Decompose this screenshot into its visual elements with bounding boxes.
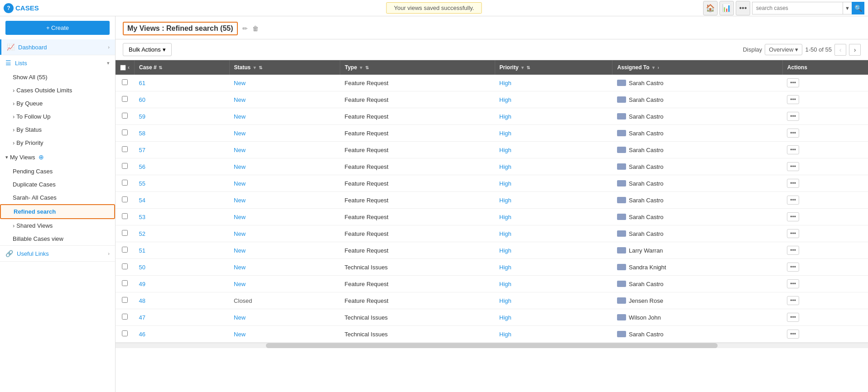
delete-view-icon[interactable]: 🗑 [252, 25, 259, 32]
row-checkbox-11[interactable] [122, 263, 128, 269]
row-actions-button[interactable]: ••• [787, 112, 799, 121]
sidebar-item-by-status[interactable]: ›By Status [0, 123, 115, 136]
row-actions-button[interactable]: ••• [787, 296, 799, 305]
row-actions-button[interactable]: ••• [787, 212, 799, 221]
search-dropdown-button[interactable]: ▼ [843, 2, 852, 14]
sidebar-collapse-handle[interactable]: ‹ [115, 195, 116, 213]
row-case-num[interactable]: 61 [135, 75, 230, 91]
row-actions-button[interactable]: ••• [787, 246, 799, 255]
row-checkbox-2[interactable] [122, 113, 128, 119]
row-priority: High [495, 242, 612, 259]
row-checkbox-cell [116, 309, 135, 326]
table-row: 61 New Feature Request High Sarah Castro… [116, 75, 868, 91]
row-checkbox-cell [116, 192, 135, 209]
row-case-num[interactable]: 50 [135, 259, 230, 276]
sidebar-item-dashboard[interactable]: 📈 Dashboard › [0, 39, 115, 55]
sidebar-item-by-priority[interactable]: ›By Priority [0, 136, 115, 149]
row-checkbox-0[interactable] [122, 79, 128, 85]
row-type: Technical Issues [340, 309, 495, 326]
row-checkbox-14[interactable] [122, 314, 128, 320]
row-actions-button[interactable]: ••• [787, 145, 799, 154]
row-checkbox-6[interactable] [122, 180, 128, 186]
row-actions-button[interactable]: ••• [787, 129, 799, 138]
row-actions-button[interactable]: ••• [787, 179, 799, 188]
edit-view-icon[interactable]: ✏ [242, 25, 248, 32]
row-case-num[interactable]: 46 [135, 326, 230, 343]
row-checkbox-9[interactable] [122, 230, 128, 236]
create-button[interactable]: + Create [5, 21, 110, 35]
row-case-num[interactable]: 48 [135, 292, 230, 309]
next-page-button[interactable]: › [849, 44, 861, 56]
sidebar-item-useful-links[interactable]: 🔗 Useful Links › [0, 246, 115, 261]
row-priority: High [495, 309, 612, 326]
home-button[interactable]: 🏠 [703, 1, 718, 15]
search-submit-button[interactable]: 🔍 [852, 2, 864, 14]
header-expand-icon[interactable]: ‹ [128, 64, 130, 71]
sidebar-item-pending-cases[interactable]: Pending Cases [0, 165, 115, 178]
row-checkbox-12[interactable] [122, 280, 128, 286]
row-checkbox-1[interactable] [122, 96, 128, 102]
row-checkbox-7[interactable] [122, 196, 128, 202]
row-actions-cell: ••• [782, 108, 868, 125]
row-actions-button[interactable]: ••• [787, 196, 799, 205]
sidebar-item-lists[interactable]: ☰ Lists ▾ [0, 55, 115, 71]
select-all-checkbox[interactable] [120, 65, 126, 71]
bulk-actions-dropdown-icon: ▾ [163, 46, 166, 53]
row-actions-button[interactable]: ••• [787, 313, 799, 322]
header-type[interactable]: Type ▼ ⇅ [340, 60, 495, 75]
sidebar-item-shared-views[interactable]: ›Shared Views [0, 219, 115, 232]
row-actions-button[interactable]: ••• [787, 229, 799, 238]
row-case-num[interactable]: 52 [135, 225, 230, 242]
assigned-avatar-icon [617, 197, 626, 203]
sidebar-item-sarah-all-cases[interactable]: Sarah- All Cases [0, 191, 115, 204]
chart-button[interactable]: 📊 [719, 1, 734, 15]
sidebar-item-by-queue[interactable]: ›By Queue [0, 97, 115, 110]
prev-page-button[interactable]: ‹ [834, 44, 846, 56]
sidebar-item-duplicate-cases[interactable]: Duplicate Cases [0, 178, 115, 191]
sidebar-item-billable-cases[interactable]: Billable Cases view [0, 232, 115, 245]
sidebar-item-cases-outside-limits[interactable]: ›Cases Outside Limits [0, 84, 115, 97]
header-status[interactable]: Status ▼ ⇅ [229, 60, 340, 75]
header-case-num[interactable]: Case # ⇅ [135, 60, 230, 75]
bulk-actions-button[interactable]: Bulk Actions ▾ [123, 43, 172, 56]
sidebar-item-refined-search[interactable]: Refined search [0, 204, 115, 219]
row-case-num[interactable]: 54 [135, 192, 230, 209]
row-case-num[interactable]: 51 [135, 242, 230, 259]
more-button[interactable]: ••• [736, 1, 750, 15]
row-actions-cell: ••• [782, 292, 868, 309]
row-checkbox-5[interactable] [122, 163, 128, 169]
row-actions-button[interactable]: ••• [787, 330, 799, 339]
display-mode-dropdown[interactable]: Overview ▾ [765, 44, 802, 55]
row-case-num[interactable]: 55 [135, 175, 230, 192]
row-checkbox-15[interactable] [122, 330, 128, 336]
row-actions-button[interactable]: ••• [787, 78, 799, 87]
my-views-add-icon[interactable]: ⊕ [39, 153, 44, 161]
row-checkbox-13[interactable] [122, 297, 128, 303]
toolbar: Bulk Actions ▾ Display Overview ▾ 1-50 o… [116, 39, 868, 60]
header-priority[interactable]: Priority ▼ ⇅ [495, 60, 612, 75]
sidebar-item-show-all[interactable]: Show All (55) [0, 71, 115, 84]
row-case-num[interactable]: 53 [135, 209, 230, 225]
row-actions-button[interactable]: ••• [787, 95, 799, 104]
row-checkbox-3[interactable] [122, 129, 128, 135]
row-actions-button[interactable]: ••• [787, 263, 799, 272]
row-case-num[interactable]: 57 [135, 142, 230, 158]
row-checkbox-cell [116, 292, 135, 309]
row-checkbox-10[interactable] [122, 247, 128, 253]
row-case-num[interactable]: 58 [135, 125, 230, 142]
row-case-num[interactable]: 56 [135, 158, 230, 175]
row-case-num[interactable]: 49 [135, 276, 230, 292]
row-status: New [229, 192, 340, 209]
sidebar-item-my-views[interactable]: ▾ My Views ⊕ [0, 149, 115, 165]
sidebar-item-to-follow-up[interactable]: ›To Follow Up [0, 110, 115, 123]
row-case-num[interactable]: 47 [135, 309, 230, 326]
row-checkbox-4[interactable] [122, 146, 128, 152]
search-input[interactable] [752, 2, 843, 14]
row-case-num[interactable]: 60 [135, 91, 230, 108]
row-actions-button[interactable]: ••• [787, 279, 799, 288]
row-case-num[interactable]: 59 [135, 108, 230, 125]
row-checkbox-8[interactable] [122, 213, 128, 219]
header-assigned-to[interactable]: Assigned To ▼ › [612, 60, 782, 75]
row-actions-button[interactable]: ••• [787, 162, 799, 171]
display-mode-dropdown-icon: ▾ [795, 46, 798, 53]
